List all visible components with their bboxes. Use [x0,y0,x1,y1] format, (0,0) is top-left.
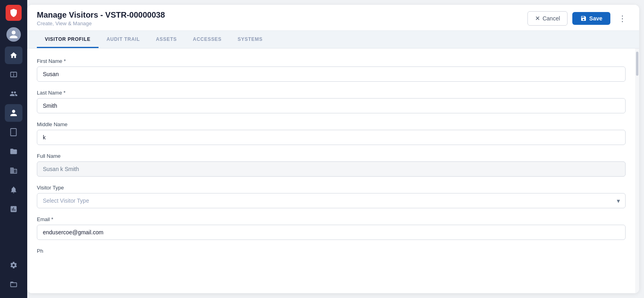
first-name-label: First Name * [37,58,626,64]
files-icon [10,280,18,288]
middle-name-input[interactable] [37,130,626,145]
header-actions: ✕ Cancel Save ⋮ [527,11,630,26]
sidebar-item-tablet[interactable] [5,123,22,141]
sidebar-item-person[interactable] [5,104,22,122]
tab-accesses[interactable]: ACCESSES [185,31,230,48]
app-logo [6,5,22,21]
avatar[interactable] [6,27,21,42]
last-name-input[interactable] [37,98,626,113]
save-icon [580,15,587,22]
idcard-icon [10,70,18,79]
sidebar [0,0,27,298]
page-header: Manage Visitors - VSTR-00000038 Create, … [27,5,639,31]
page-subtitle: Create, View & Manage [37,20,165,26]
user-avatar-icon [9,30,18,39]
chart-icon [10,205,18,213]
tab-systems[interactable]: SYSTEMS [229,31,270,48]
email-label: Email * [37,216,626,222]
tab-assets[interactable]: ASSETS [148,31,185,48]
shield-icon [9,8,18,18]
middle-name-label: Middle Name [37,121,626,127]
tablet-icon [10,128,18,136]
scroll-thumb [636,52,638,76]
scrollbar[interactable] [635,48,639,293]
full-name-input [37,161,626,177]
phone-group: Ph [37,248,626,254]
sidebar-item-files[interactable] [5,276,22,293]
first-name-group: First Name * [37,58,626,82]
sidebar-item-idcard[interactable] [5,66,22,83]
main-panel: Manage Visitors - VSTR-00000038 Create, … [27,5,639,293]
person-icon [10,109,18,117]
visitor-type-group: Visitor Type Select Visitor Type ▾ [37,185,626,208]
cancel-x-icon: ✕ [535,15,540,22]
header-title-area: Manage Visitors - VSTR-00000038 Create, … [37,10,165,26]
settings-icon [10,261,18,269]
tab-visitor-profile[interactable]: VISITOR PROFILE [37,31,99,48]
home-icon [10,51,18,59]
more-options-button[interactable]: ⋮ [615,12,630,25]
sidebar-item-bell[interactable] [5,181,22,199]
email-group: Email * [37,216,626,240]
sidebar-item-folder[interactable] [5,143,22,160]
form-area: First Name * Last Name * Middle Name Ful… [27,48,635,293]
visitor-type-select[interactable]: Select Visitor Type [37,193,626,208]
full-name-group: Full Name [37,153,626,177]
phone-label: Ph [37,248,626,254]
middle-name-group: Middle Name [37,121,626,145]
sidebar-item-settings[interactable] [5,256,22,274]
first-name-input[interactable] [37,66,626,82]
tab-audit-trail[interactable]: AUDIT TRAIL [99,31,148,48]
save-button[interactable]: Save [572,12,610,25]
folder-icon [10,147,18,155]
visitor-type-label: Visitor Type [37,185,626,191]
sidebar-item-home[interactable] [5,46,22,64]
last-name-label: Last Name * [37,90,626,96]
tab-bar: VISITOR PROFILE AUDIT TRAIL ASSETS ACCES… [27,31,639,48]
email-input[interactable] [37,225,626,240]
full-name-label: Full Name [37,153,626,159]
org-icon [10,167,18,175]
cancel-button[interactable]: ✕ Cancel [527,11,568,26]
bell-icon [10,186,18,194]
page-title: Manage Visitors - VSTR-00000038 [37,10,165,20]
sidebar-item-chart[interactable] [5,200,22,218]
last-name-group: Last Name * [37,90,626,113]
visitor-type-wrapper: Select Visitor Type ▾ [37,193,626,208]
sidebar-item-org[interactable] [5,162,22,179]
sidebar-item-contacts[interactable] [5,85,22,103]
contacts-icon [10,90,18,98]
